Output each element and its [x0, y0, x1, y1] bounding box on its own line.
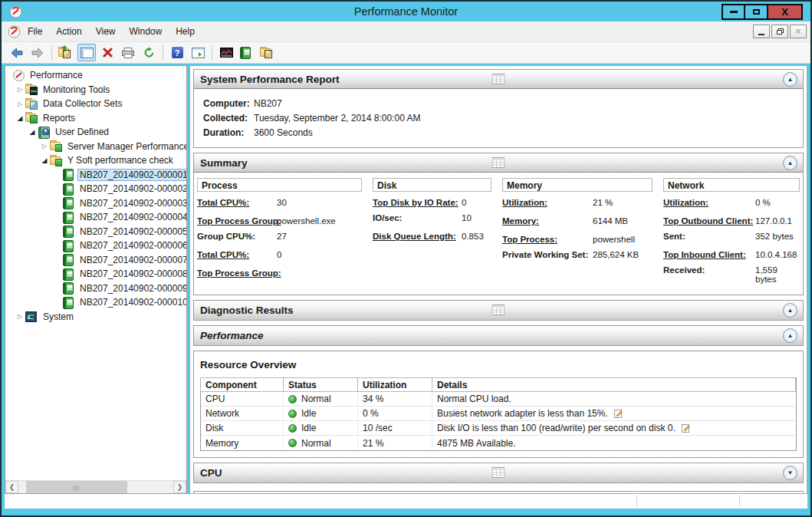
tree-item-label: Server Manager Performance	[67, 141, 187, 152]
tree-item-monitoring-tools[interactable]: ▷ Monitoring Tools	[5, 83, 186, 97]
menu-window[interactable]: Window	[123, 22, 169, 41]
section-header[interactable]: Diagnostic Results ▲	[194, 301, 803, 320]
tree-item-report-000006[interactable]: NB207_20140902-000006	[5, 239, 186, 253]
summary-link-label[interactable]: Total CPU%:	[197, 250, 277, 259]
table-view-icon[interactable]	[492, 467, 505, 478]
tree-item-reports[interactable]: ◢ Reports	[5, 111, 186, 126]
print-button[interactable]	[119, 44, 137, 61]
summary-link-label[interactable]: Disk Queue Length:	[373, 232, 462, 241]
show-action-pane-button[interactable]	[189, 44, 207, 61]
summary-link-label[interactable]: Top Process Group:	[197, 268, 277, 278]
child-close-button[interactable]: ×	[790, 25, 807, 38]
column-header: Memory	[502, 178, 653, 192]
summary-link-label[interactable]: Utilization:	[502, 198, 593, 207]
summary-link-label[interactable]: Utilization:	[663, 198, 755, 207]
summary-value: 127.0.0.1	[755, 216, 800, 226]
status-bar-divider	[636, 496, 637, 507]
tree-item-report-000003[interactable]: NB207_20140902-000003	[5, 196, 186, 211]
refresh-button[interactable]	[140, 44, 158, 61]
summary-value: 10	[462, 213, 491, 222]
expand-expanded-icon[interactable]: ◢	[15, 114, 25, 122]
child-minimize-button[interactable]	[753, 25, 770, 38]
folder-button[interactable]	[258, 44, 277, 61]
tree-item-label: NB207_20140902-000004	[80, 212, 187, 222]
tree-item-report-000009[interactable]: NB207_20140902-000009	[5, 282, 186, 296]
status-ok-icon	[288, 395, 297, 403]
status-cell: Normal	[301, 394, 331, 404]
forward-button[interactable]	[28, 44, 47, 61]
export-list-button[interactable]	[57, 44, 75, 61]
collapse-section-button[interactable]: ▲	[783, 72, 797, 87]
report-book-icon	[62, 268, 74, 280]
collapse-section-button[interactable]: ▲	[783, 328, 797, 343]
note-icon[interactable]	[614, 410, 623, 418]
scrollbar-thumb[interactable]: |||	[26, 481, 127, 493]
collapse-section-button[interactable]: ▲	[783, 156, 797, 170]
column-header: Process	[197, 178, 362, 192]
tree-item-server-manager-performance[interactable]: ▷ Server Manager Performance	[5, 140, 186, 154]
section-header[interactable]: CPU ▼	[194, 463, 803, 482]
table-view-icon[interactable]	[492, 305, 505, 315]
summary-link-label[interactable]: Top Process Group:	[197, 216, 277, 226]
close-button[interactable]: X	[768, 4, 803, 20]
summary-link-label[interactable]: Top Outbound Client:	[663, 216, 755, 226]
tree-horizontal-scrollbar[interactable]: ❮ ||| ❯	[5, 480, 186, 493]
tree-item-label: Performance	[30, 70, 83, 81]
scrollbar-track[interactable]: |||	[18, 481, 173, 493]
summary-value: powershell.exe	[277, 216, 362, 226]
expand-collapsed-icon[interactable]: ▷	[15, 313, 25, 320]
section-header[interactable]: System Performance Report ▲	[194, 70, 803, 89]
tree-item-report-000010[interactable]: NB207_20140902-000010	[5, 295, 186, 310]
expand-collapsed-icon[interactable]: ▷	[39, 143, 50, 150]
back-button[interactable]	[8, 44, 26, 61]
tree-item-system[interactable]: ▷ System	[5, 310, 186, 324]
tree-item-label: NB207_20140902-000010	[80, 297, 187, 308]
console-tree-pane: Performance ▷ Monitoring Tools ▷ Data Co…	[5, 65, 187, 494]
tree-item-report-000002[interactable]: NB207_20140902-000002	[5, 182, 186, 196]
collapse-section-button[interactable]: ▲	[783, 303, 797, 318]
table-row: Disk Idle 10 /sec Disk I/O is less than …	[201, 421, 796, 436]
expand-expanded-icon[interactable]: ◢	[27, 128, 38, 136]
summary-link-label[interactable]: Top Process:	[502, 235, 593, 244]
section-header[interactable]: Summary ▲	[194, 153, 803, 173]
tree-item-user-defined[interactable]: ◢ User Defined	[5, 125, 186, 140]
summary-link-label[interactable]: Memory:	[502, 216, 593, 226]
menu-help[interactable]: Help	[169, 22, 202, 41]
menu-view[interactable]: View	[89, 22, 123, 41]
performance-chart-button[interactable]	[217, 44, 235, 61]
log-button[interactable]	[238, 44, 256, 61]
tree-item-performance[interactable]: Performance	[5, 68, 186, 83]
table-view-icon[interactable]	[492, 157, 505, 168]
tree-item-report-000004[interactable]: NB207_20140902-000004	[5, 210, 186, 225]
menu-action[interactable]: Action	[49, 22, 88, 41]
expand-collapsed-icon[interactable]: ▷	[15, 86, 25, 93]
status-bar-divider	[739, 496, 740, 507]
tree-item-report-000008[interactable]: NB207_20140902-000008	[5, 267, 186, 282]
maximize-button[interactable]	[745, 4, 768, 20]
note-icon[interactable]	[682, 424, 690, 433]
child-restore-button[interactable]	[771, 25, 788, 38]
tree-item-data-collector-sets[interactable]: ▷ Data Collector Sets	[5, 97, 186, 111]
help-button[interactable]: ?	[168, 44, 186, 61]
utilization-cell: 34 %	[358, 392, 432, 407]
tree-item-ysoft-performance-check[interactable]: ◢ Y Soft performance check	[5, 153, 186, 168]
scroll-left-button[interactable]: ❮	[5, 481, 18, 493]
expand-expanded-icon[interactable]: ◢	[39, 156, 50, 164]
section-header[interactable]: Performance ▲	[194, 326, 803, 345]
table-view-icon[interactable]	[492, 74, 505, 84]
show-console-tree-button[interactable]	[77, 44, 96, 61]
scroll-right-button[interactable]: ❯	[173, 481, 186, 493]
tree-item-report-000005[interactable]: NB207_20140902-000005	[5, 225, 186, 239]
summary-link-label[interactable]: Top Inbound Client:	[663, 250, 755, 259]
summary-link-label[interactable]: Top Disk by IO Rate:	[373, 198, 462, 207]
expand-section-button[interactable]: ▼	[783, 466, 797, 480]
child-restore-icon	[777, 28, 784, 35]
menu-file[interactable]: File	[21, 22, 49, 41]
tree-item-report-000001[interactable]: NB207_20140902-000001	[5, 168, 186, 183]
resource-overview-title: Resource Overview	[200, 359, 797, 370]
expand-collapsed-icon[interactable]: ▷	[15, 100, 25, 107]
tree-item-report-000007[interactable]: NB207_20140902-000007	[5, 253, 186, 268]
summary-link-label[interactable]: Total CPU%:	[197, 198, 277, 207]
minimize-button[interactable]	[722, 4, 745, 20]
delete-button[interactable]	[98, 44, 117, 61]
